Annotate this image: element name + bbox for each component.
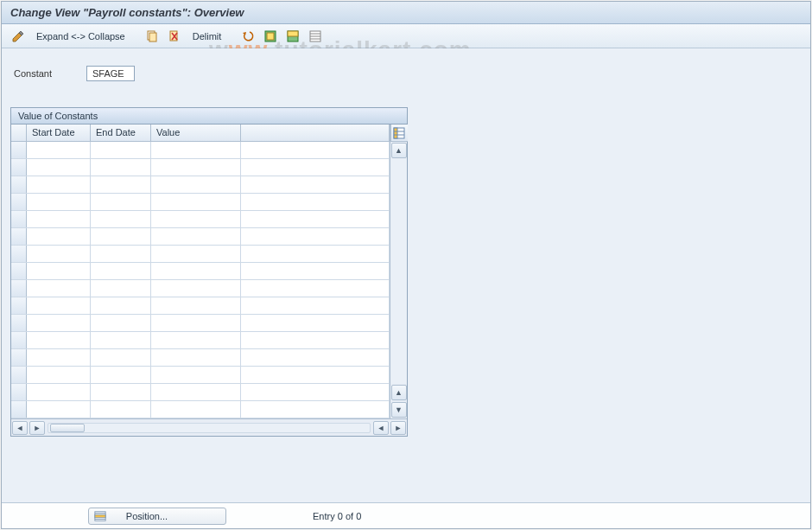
cell-start-date[interactable] [27, 246, 91, 262]
cell-value[interactable] [151, 384, 241, 400]
cell-start-date[interactable] [27, 194, 91, 210]
scroll-up-icon[interactable]: ▲ [391, 143, 407, 158]
scroll-down-small-icon[interactable]: ▲ [391, 385, 407, 400]
cell-end-date[interactable] [91, 384, 151, 400]
row-selector[interactable] [11, 159, 27, 176]
table-settings-icon[interactable] [390, 125, 408, 142]
hscroll-track[interactable] [48, 423, 371, 433]
cell-end-date[interactable] [91, 159, 151, 176]
cell-value[interactable] [151, 315, 241, 331]
cell-start-date[interactable] [27, 349, 91, 366]
cell-start-date[interactable] [27, 228, 91, 245]
cell-spacer [241, 211, 390, 227]
cell-spacer [241, 401, 390, 418]
cell-end-date[interactable] [91, 401, 151, 418]
row-selector[interactable] [11, 176, 27, 193]
row-selector[interactable] [11, 194, 27, 210]
row-selector[interactable] [11, 349, 27, 366]
row-selector[interactable] [11, 315, 27, 331]
cell-end-date[interactable] [91, 228, 151, 245]
vscroll-track[interactable] [391, 159, 407, 384]
row-selector[interactable] [11, 228, 27, 245]
cell-end-date[interactable] [91, 246, 151, 262]
cell-spacer [241, 159, 390, 176]
expand-collapse-button[interactable]: Expand <-> Collapse [31, 31, 130, 42]
cell-start-date[interactable] [27, 176, 91, 193]
cell-start-date[interactable] [27, 159, 91, 176]
cell-end-date[interactable] [91, 194, 151, 210]
cell-start-date[interactable] [27, 332, 91, 348]
deselect-all-icon[interactable] [306, 28, 325, 45]
cell-value[interactable] [151, 194, 241, 210]
delimit-button[interactable]: Delimit [187, 31, 227, 42]
cell-start-date[interactable] [27, 280, 91, 297]
hscroll-thumb[interactable] [50, 424, 85, 432]
row-selector[interactable] [11, 280, 27, 297]
scroll-left-icon[interactable]: ◄ [12, 421, 28, 435]
cell-value[interactable] [151, 211, 241, 227]
panel-title: Value of Constants [10, 107, 408, 124]
cell-start-date[interactable] [27, 384, 91, 400]
cell-start-date[interactable] [27, 367, 91, 383]
col-header-start-date[interactable]: Start Date [27, 125, 91, 141]
cell-start-date[interactable] [27, 211, 91, 227]
cell-end-date[interactable] [91, 315, 151, 331]
constants-panel: Value of Constants Start Date End Date V… [10, 107, 408, 437]
cell-end-date[interactable] [91, 211, 151, 227]
cell-spacer [241, 332, 390, 348]
cell-value[interactable] [151, 297, 241, 314]
select-all-icon[interactable] [261, 28, 280, 45]
row-selector[interactable] [11, 401, 27, 418]
cell-value[interactable] [151, 332, 241, 348]
change-icon[interactable] [9, 28, 28, 45]
cell-end-date[interactable] [91, 280, 151, 297]
row-selector[interactable] [11, 263, 27, 279]
row-selector[interactable] [11, 384, 27, 400]
cell-start-date[interactable] [27, 297, 91, 314]
cell-value[interactable] [151, 246, 241, 262]
cell-value[interactable] [151, 401, 241, 418]
cell-value[interactable] [151, 142, 241, 158]
cell-end-date[interactable] [91, 176, 151, 193]
cell-value[interactable] [151, 367, 241, 383]
row-selector[interactable] [11, 332, 27, 348]
cell-end-date[interactable] [91, 263, 151, 279]
cell-end-date[interactable] [91, 297, 151, 314]
row-selector[interactable] [11, 367, 27, 383]
row-selector[interactable] [11, 142, 27, 158]
cell-spacer [241, 384, 390, 400]
undo-icon[interactable] [238, 28, 257, 45]
col-header-value[interactable]: Value [151, 125, 241, 141]
scroll-right-icon[interactable]: ► [390, 421, 406, 435]
scroll-down-icon[interactable]: ▼ [391, 402, 407, 418]
copy-icon[interactable] [143, 28, 162, 45]
cell-end-date[interactable] [91, 332, 151, 348]
cell-end-date[interactable] [91, 142, 151, 158]
scroll-right-step-icon[interactable]: ► [29, 421, 45, 435]
table-row [11, 246, 390, 263]
cell-end-date[interactable] [91, 349, 151, 366]
select-block-icon[interactable] [283, 28, 302, 45]
cell-value[interactable] [151, 280, 241, 297]
row-selector-header[interactable] [11, 125, 27, 141]
cell-value[interactable] [151, 263, 241, 279]
cell-value[interactable] [151, 176, 241, 193]
scroll-left-end-icon[interactable]: ◄ [373, 421, 389, 435]
row-selector[interactable] [11, 297, 27, 314]
row-selector[interactable] [11, 246, 27, 262]
vertical-scrollbar: ▲ ▲ ▼ [390, 125, 407, 418]
cell-start-date[interactable] [27, 263, 91, 279]
delete-icon[interactable] [165, 28, 184, 45]
cell-start-date[interactable] [27, 142, 91, 158]
cell-value[interactable] [151, 228, 241, 245]
cell-value[interactable] [151, 159, 241, 176]
constant-input[interactable]: SFAGE [86, 66, 135, 81]
cell-start-date[interactable] [27, 401, 91, 418]
col-header-end-date[interactable]: End Date [91, 125, 151, 141]
cell-end-date[interactable] [91, 367, 151, 383]
position-button[interactable]: Position... [88, 508, 226, 525]
entry-counter: Entry 0 of 0 [313, 511, 361, 521]
row-selector[interactable] [11, 211, 27, 227]
cell-start-date[interactable] [27, 315, 91, 331]
cell-value[interactable] [151, 349, 241, 366]
